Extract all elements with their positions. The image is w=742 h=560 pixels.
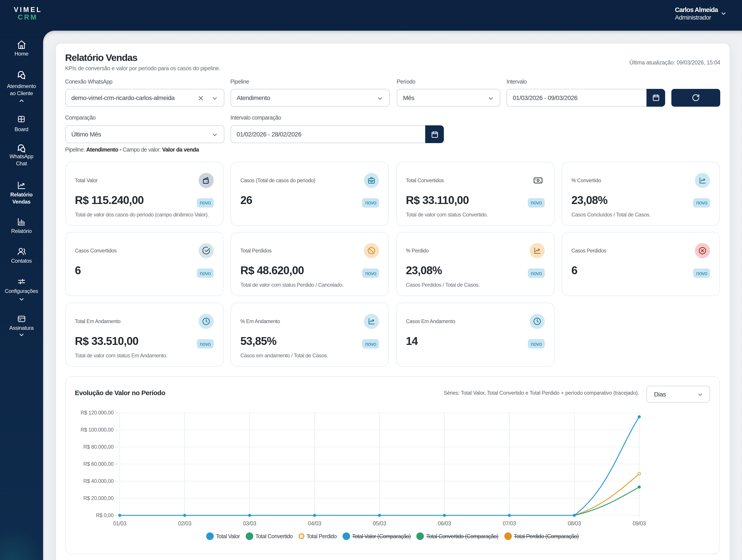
svg-text:01/03: 01/03 <box>113 520 126 526</box>
svg-text:R$ 0,00: R$ 0,00 <box>96 512 113 518</box>
svg-text:R$ 60.000,00: R$ 60.000,00 <box>83 461 113 467</box>
svg-text:03/03: 03/03 <box>243 520 256 526</box>
svg-text:R$ 120.000,00: R$ 120.000,00 <box>81 410 113 416</box>
svg-text:R$ 20.000,00: R$ 20.000,00 <box>83 495 113 501</box>
svg-text:R$ 40.000,00: R$ 40.000,00 <box>83 478 113 484</box>
svg-text:07/03: 07/03 <box>502 520 516 526</box>
svg-text:04/03: 04/03 <box>308 520 321 526</box>
svg-text:05/03: 05/03 <box>373 520 386 526</box>
svg-text:09/03: 09/03 <box>632 520 646 526</box>
svg-text:02/03: 02/03 <box>178 520 191 526</box>
svg-text:06/03: 06/03 <box>438 520 451 526</box>
svg-text:R$ 100.000,00: R$ 100.000,00 <box>81 427 113 433</box>
svg-text:R$ 80.000,00: R$ 80.000,00 <box>83 444 113 450</box>
svg-text:08/03: 08/03 <box>567 520 581 526</box>
